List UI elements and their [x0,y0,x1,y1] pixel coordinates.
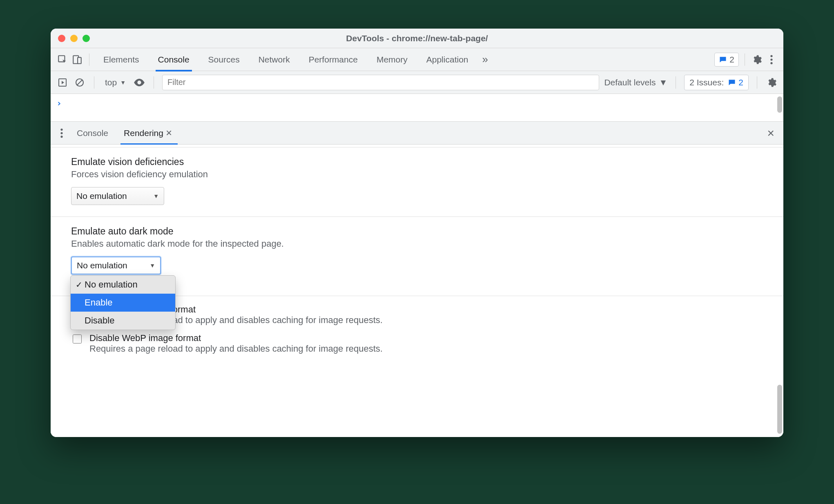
main-tabstrip: Elements Console Sources Network Perform… [51,48,783,71]
separator [94,76,94,89]
kebab-menu-icon[interactable] [765,54,778,66]
rendering-panel: Emulate vision deficiencies Forces visio… [51,145,783,437]
scrollbar-thumb[interactable] [777,385,782,434]
window-controls [58,35,90,42]
separator [757,76,757,89]
section-heading: Emulate auto dark mode [71,226,763,237]
svg-rect-2 [78,57,81,63]
scrollbar-thumb[interactable] [777,96,782,113]
vision-deficiency-select[interactable]: No emulation ▼ [71,187,164,205]
message-icon [728,78,736,87]
messages-count: 2 [729,55,734,65]
filter-input[interactable] [162,75,599,90]
drawer-kebab-menu-icon[interactable] [56,127,68,139]
messages-badge[interactable]: 2 [714,53,739,67]
tab-console[interactable]: Console [150,48,198,71]
section-description: Enables automatic dark mode for the insp… [71,239,763,249]
auto-dark-mode-select[interactable]: No emulation ▼ [71,256,161,274]
device-toggle-icon[interactable] [71,54,83,66]
titlebar: DevTools - chrome://new-tab-page/ [51,29,783,48]
close-window-button[interactable] [58,35,65,42]
issues-button[interactable]: 2 Issues: 2 [684,75,749,90]
minimize-window-button[interactable] [70,35,78,42]
issues-count: 2 [738,78,743,87]
auto-dark-mode-dropdown[interactable]: No emulation Enable Disable [70,275,176,330]
svg-point-9 [60,132,62,134]
section-vision-deficiencies: Emulate vision deficiencies Forces visio… [51,147,783,217]
select-value: No emulation [76,191,127,201]
disable-webp-row: Disable WebP image format Requires a pag… [51,333,783,354]
svg-point-4 [770,58,772,60]
close-drawer-icon[interactable]: × [763,126,778,140]
live-expression-eye-icon[interactable] [133,76,145,89]
dropdown-option-enable[interactable]: Enable [71,294,175,312]
disable-webp-checkbox[interactable] [73,335,82,343]
log-levels-select[interactable]: Default levels ▼ [604,78,667,87]
maximize-window-button[interactable] [83,35,90,42]
drawer-tab-rendering[interactable]: Rendering × [117,122,181,145]
log-levels-label: Default levels [604,78,656,87]
checkbox-description: Requires a page reload to apply and disa… [89,343,383,354]
svg-point-10 [60,136,62,138]
context-selector[interactable]: top ▼ [103,78,128,87]
section-description: Forces vision deficiency emulation [71,169,763,180]
checkbox-label: Disable WebP image format [89,333,383,343]
context-label: top [105,78,117,87]
drawer-tabstrip: Console Rendering × × [51,122,783,145]
close-rendering-tab-icon[interactable]: × [163,127,174,139]
console-prompt-icon: › [56,98,62,108]
separator [89,54,89,66]
svg-point-5 [770,62,772,64]
more-tabs-icon[interactable]: » [479,53,491,66]
clear-console-icon[interactable] [74,76,86,89]
tab-sources[interactable]: Sources [200,48,248,71]
console-input-area[interactable]: › [51,94,783,122]
tab-application[interactable]: Application [418,48,477,71]
execution-play-icon[interactable] [56,76,69,89]
chevron-down-icon: ▼ [120,79,126,86]
dropdown-option-no-emulation[interactable]: No emulation [71,276,175,294]
tab-memory[interactable]: Memory [368,48,416,71]
chevron-down-icon: ▼ [149,262,155,269]
separator [676,76,676,89]
message-icon [719,56,727,64]
separator [154,76,154,89]
settings-icon[interactable] [751,54,763,66]
dropdown-option-disable[interactable]: Disable [71,312,175,330]
svg-point-3 [770,55,772,57]
issues-label: 2 Issues: [689,78,724,87]
tab-performance[interactable]: Performance [301,48,366,71]
window-title: DevTools - chrome://new-tab-page/ [51,33,783,43]
inspect-element-icon[interactable] [56,54,69,66]
console-filterbar: top ▼ Default levels ▼ 2 Issues: [51,71,783,94]
devtools-window: DevTools - chrome://new-tab-page/ Elemen… [51,29,783,437]
svg-point-8 [60,128,62,130]
section-heading: Emulate vision deficiencies [71,156,763,167]
chevron-down-icon: ▼ [153,193,159,199]
drawer-tab-console[interactable]: Console [70,122,115,145]
console-settings-icon[interactable] [765,76,778,89]
tab-network[interactable]: Network [250,48,298,71]
tab-elements[interactable]: Elements [95,48,147,71]
chevron-down-icon: ▼ [659,78,667,87]
separator [745,54,745,66]
select-value: No emulation [77,261,127,270]
